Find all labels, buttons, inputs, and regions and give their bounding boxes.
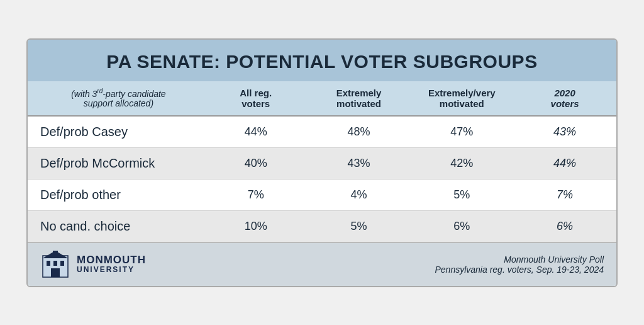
row-cell: 48% (308, 116, 411, 148)
row-label: No cand. choice (28, 210, 204, 242)
row-cell: 7% (513, 179, 616, 210)
logo-university: UNIVERSITY (77, 266, 146, 274)
col-header-2020: 2020voters (513, 81, 616, 116)
citation-line1: Monmouth University Poll (504, 254, 604, 265)
col-header-label: (with 3rd-party candidatesupport allocat… (28, 81, 204, 116)
row-cell: 7% (204, 179, 308, 210)
row-cell: 43% (308, 147, 411, 179)
row-cell: 4% (308, 179, 411, 210)
svg-rect-1 (47, 261, 50, 266)
col-header-extremely: Extremelymotivated (308, 81, 411, 116)
monmouth-logo-icon (40, 249, 70, 280)
row-cell: 47% (410, 116, 513, 148)
row-cell: 43% (513, 116, 616, 148)
row-cell: 40% (204, 147, 308, 179)
citation-line2: Pennsylvania reg. voters, Sep. 19-23, 20… (435, 265, 604, 275)
subtitle-text: (with 3rd-party candidatesupport allocat… (38, 88, 199, 109)
row-cell: 6% (410, 210, 513, 242)
chart-title: PA SENATE: POTENTIAL VOTER SUBGROUPS (28, 40, 616, 81)
svg-rect-3 (60, 261, 64, 266)
data-table: (with 3rd-party candidatesupport allocat… (28, 81, 616, 242)
logo-area: MONMOUTH UNIVERSITY (40, 249, 146, 280)
row-cell: 42% (410, 147, 513, 179)
logo-text-area: MONMOUTH UNIVERSITY (77, 254, 146, 275)
table-row: No cand. choice10%5%6%6% (28, 210, 616, 242)
table-row: Def/prob McCormick40%43%42%44% (28, 147, 616, 179)
col-header-extremelyvery: Extremely/verymotivated (410, 81, 513, 116)
row-label: Def/prob other (28, 179, 204, 210)
row-label: Def/prob Casey (28, 116, 204, 148)
chart-card: PA SENATE: POTENTIAL VOTER SUBGROUPS (wi… (26, 38, 618, 287)
svg-rect-6 (53, 251, 58, 257)
row-cell: 44% (204, 116, 308, 148)
row-cell: 5% (410, 179, 513, 210)
table-row: Def/prob Casey44%48%47%43% (28, 116, 616, 148)
row-cell: 10% (204, 210, 308, 242)
row-label: Def/prob McCormick (28, 147, 204, 179)
col-header-allreg: All reg.voters (204, 81, 308, 116)
logo-monmouth: MONMOUTH (77, 254, 146, 266)
svg-rect-4 (51, 268, 60, 277)
row-cell: 6% (513, 210, 616, 242)
svg-rect-2 (53, 261, 57, 266)
table-row: Def/prob other7%4%5%7% (28, 179, 616, 210)
row-cell: 44% (513, 147, 616, 179)
row-cell: 5% (308, 210, 411, 242)
footer: MONMOUTH UNIVERSITY Monmouth University … (28, 242, 616, 286)
footer-citation: Monmouth University Poll Pennsylvania re… (435, 254, 604, 275)
